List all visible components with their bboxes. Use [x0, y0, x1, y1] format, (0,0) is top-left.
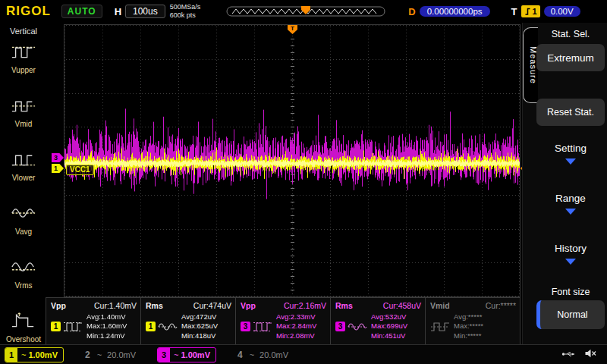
measurement-max: Max:699uV	[371, 322, 407, 331]
usb-icon	[561, 348, 575, 362]
chevron-down-icon	[565, 259, 576, 265]
ch1-level-marker[interactable]: 1	[52, 164, 64, 173]
acquisition-info: 500MSa/s 600k pts	[170, 3, 201, 20]
trigger-source-number: 1	[533, 7, 537, 16]
measurement-panel-rms-ch1: Rms Cur:474uV 1 Avg:472uV Max:625uV Min:…	[141, 298, 236, 344]
top-status-bar: RIGOL AUTO H 100us 500MSa/s 600k pts D 0…	[0, 0, 607, 23]
timebase-value[interactable]: 100us	[125, 5, 165, 18]
vlower-icon	[11, 149, 36, 172]
horizontal-label: H	[115, 6, 121, 17]
measurement-name: Vmid	[430, 301, 450, 310]
sidebar-item-overshoot[interactable]: Overshoot	[6, 311, 41, 344]
measurement-min: Min:1.24mV	[86, 331, 127, 340]
measurement-cur: Cur:*****	[486, 301, 516, 310]
channel2-badge: 2	[85, 350, 90, 360]
channel-badge: 1	[146, 322, 156, 331]
coupling-icon: ~	[250, 350, 254, 359]
measurement-name: Vpp	[241, 301, 256, 310]
graticule: T VCC1	[64, 24, 521, 297]
waveform-canvas	[64, 25, 520, 297]
measurement-min: Min:451uV	[371, 331, 407, 340]
chevron-down-icon	[565, 209, 576, 215]
sidebar-item-vrms[interactable]: Vrms	[11, 257, 36, 290]
vmid-icon	[11, 96, 36, 118]
sidebar-title: Vertical	[10, 27, 37, 36]
channel-badge: 3	[241, 322, 250, 331]
measurement-max: Max:*****	[454, 322, 483, 331]
memory-depth: 600k pts	[170, 11, 201, 20]
measurement-max: Max:2.84mV	[276, 322, 316, 331]
sidebar-item-vmid[interactable]: Vmid	[11, 96, 36, 128]
channel4-scale: 20.0mV	[259, 350, 288, 359]
measurement-panel-vmid-empty: Vmid Cur:***** Avg:***** Max:***** Min:*…	[426, 298, 521, 344]
measurement-name: Vpp	[51, 301, 66, 310]
measure-menu-panel: Measure Stat. Sel. Extremum Reset Stat. …	[522, 23, 607, 344]
measurement-panel-vpp-ch3: Vpp Cur:2.16mV 3 Avg:2.33mV Max:2.84mV M…	[236, 298, 331, 344]
measurement-name: Rms	[335, 301, 353, 310]
measurement-max: Max:1.60mV	[86, 322, 127, 331]
measure-tab[interactable]: Measure	[523, 27, 538, 103]
sidebar-item-label: Vupper	[11, 66, 36, 74]
channel2-status[interactable]: 2 ~ 20.0mV	[85, 350, 136, 360]
setting-label: Setting	[555, 143, 587, 154]
trigger-level-value: 0.00V	[544, 6, 580, 17]
vavg-icon	[11, 203, 36, 226]
measurement-cur: Cur:2.16mV	[284, 301, 326, 310]
measurement-max: Max:625uV	[181, 322, 218, 331]
measurement-min: Min:*****	[454, 331, 483, 340]
chevron-down-icon	[565, 158, 576, 165]
memory-trigger-marker	[301, 6, 310, 14]
channel1-badge: 1	[5, 348, 17, 362]
range-button[interactable]: Range	[536, 193, 605, 215]
channel3-badge: 3	[158, 348, 170, 362]
history-label: History	[555, 243, 587, 254]
trigger-source-badge[interactable]: 1	[521, 5, 540, 17]
measurement-cur: Cur:1.40mV	[94, 301, 137, 310]
memory-bar-graphic	[226, 5, 385, 17]
sidebar-item-vavg[interactable]: Vavg	[11, 203, 36, 236]
speaker-icon	[584, 348, 596, 362]
measurement-avg: Avg:532uV	[371, 312, 407, 322]
coupling-icon: ~	[97, 350, 102, 359]
channel3-scale: 1.00mV	[181, 350, 210, 359]
measurement-avg: Avg:472uV	[181, 312, 218, 322]
font-size-button[interactable]: Normal	[536, 300, 605, 329]
measurement-min: Min:2.08mV	[276, 331, 316, 340]
sidebar-item-label: Vmid	[15, 120, 33, 128]
sample-rate: 500MSa/s	[170, 3, 201, 11]
range-label: Range	[555, 193, 586, 204]
coupling-icon: ~	[21, 350, 26, 359]
stat-sel-button[interactable]: Extremum	[536, 44, 605, 71]
channel4-status[interactable]: 4 ~ 20.0mV	[237, 350, 288, 360]
sidebar-item-label: Overshoot	[6, 335, 41, 344]
sidebar-item-label: Vlower	[12, 174, 36, 182]
rms-measure-icon	[158, 320, 178, 334]
channel3-status[interactable]: 3 ~ 1.00mV	[157, 347, 216, 362]
sidebar-item-vupper[interactable]: Vupper	[11, 42, 36, 74]
channel-badge: 3	[335, 322, 345, 331]
reset-stat-button[interactable]: Reset Stat.	[536, 99, 605, 126]
trace-label[interactable]: VCC1	[66, 165, 94, 175]
ch3-level-marker[interactable]: 3	[52, 153, 64, 162]
channel1-status[interactable]: 1 ~ 1.00mV	[5, 347, 64, 362]
run-status-badge: AUTO	[61, 5, 102, 18]
measurement-panel-rms-ch3: Rms Cur:458uV 3 Avg:532uV Max:699uV Min:…	[331, 298, 426, 344]
vmid-measure-icon	[430, 320, 450, 334]
trigger-slope-icon	[524, 7, 531, 16]
measurement-avg: Avg:*****	[454, 312, 483, 322]
sidebar-item-vlower[interactable]: Vlower	[11, 149, 36, 182]
channel2-scale: 20.0mV	[107, 350, 136, 359]
measurement-cur: Cur:474uV	[193, 301, 231, 310]
memory-position-bar[interactable]	[226, 5, 385, 17]
measurement-panel-vpp-ch1: Vpp Cur:1.40mV 1 Avg:1.40mV Max:1.60mV M…	[46, 298, 141, 344]
history-button[interactable]: History	[536, 243, 605, 265]
sidebar-item-label: Vavg	[15, 228, 32, 236]
measurement-bar: Vpp Cur:1.40mV 1 Avg:1.40mV Max:1.60mV M…	[46, 297, 521, 344]
overshoot-icon	[11, 311, 36, 334]
vupper-icon	[11, 42, 36, 64]
setting-button[interactable]: Setting	[536, 143, 605, 165]
measurement-cur: Cur:458uV	[383, 301, 421, 310]
delay-value: 0.00000000ps	[420, 6, 490, 17]
channel4-badge: 4	[237, 350, 243, 360]
channel-badge: 1	[51, 322, 61, 331]
